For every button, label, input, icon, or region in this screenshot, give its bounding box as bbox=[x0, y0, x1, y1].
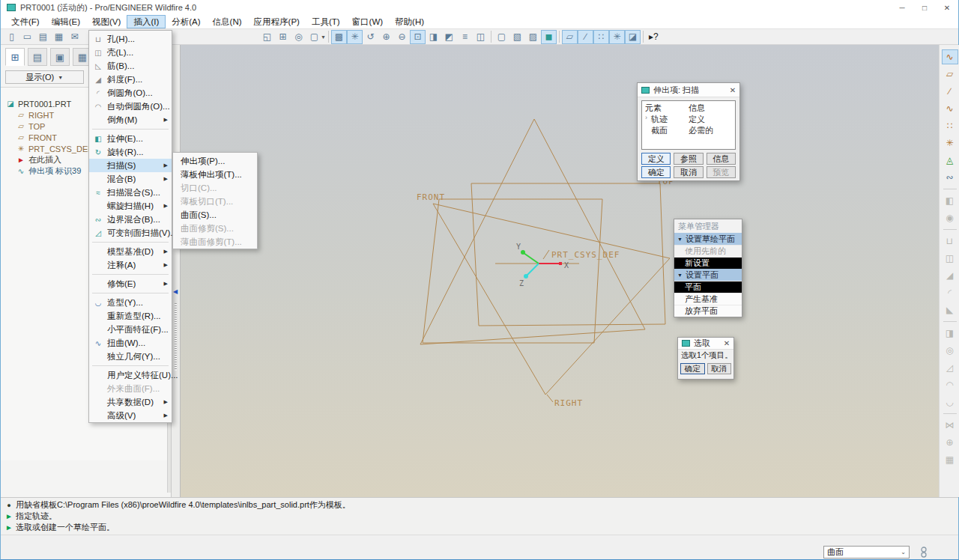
wireframe-button[interactable]: ▢ bbox=[494, 30, 509, 44]
splitter-grip[interactable] bbox=[175, 303, 177, 371]
submenu-item-thin-cut[interactable]: 薄板切口(T)... bbox=[173, 195, 257, 208]
datum-point-tool-button[interactable]: ∷ bbox=[942, 118, 958, 133]
collapse-panel-icon[interactable]: ◀ bbox=[173, 288, 178, 295]
no-hidden-button[interactable]: ▨ bbox=[525, 30, 541, 44]
menu-item-auto-round[interactable]: ◠自动倒圆角(O)... bbox=[89, 100, 172, 113]
quit-plane-item[interactable]: 放弃平面 bbox=[674, 305, 742, 317]
spin-center-button[interactable]: ✳ bbox=[347, 30, 363, 44]
sketch-tool-button[interactable]: ∿ bbox=[942, 49, 958, 64]
hole-tool-button[interactable]: ⊔ bbox=[942, 234, 958, 249]
point-display-button[interactable]: ∷ bbox=[593, 30, 609, 44]
search-button[interactable]: ◎ bbox=[291, 30, 306, 44]
pattern-tool-button[interactable]: ▦ bbox=[942, 452, 958, 467]
menu-item-warp[interactable]: ∿扭曲(W)... bbox=[89, 336, 172, 350]
saved-views-button[interactable]: ◩ bbox=[441, 30, 457, 44]
cancel-button[interactable]: 取消 bbox=[674, 166, 703, 178]
plane-item[interactable]: 平面 bbox=[674, 281, 742, 293]
setup-plane-header[interactable]: ▼ 设置平面 bbox=[674, 269, 742, 281]
selection-filter-dropdown[interactable]: 曲面 ⌄ bbox=[823, 546, 910, 559]
menu-item-model-datum[interactable]: 模型基准(D)▶ bbox=[89, 245, 172, 258]
round-tool-button[interactable]: ◜ bbox=[942, 285, 958, 300]
menu-view[interactable]: 视图(V) bbox=[86, 15, 127, 28]
save-button[interactable]: ▤ bbox=[35, 30, 51, 44]
select-items-caret-icon[interactable]: ▼ bbox=[321, 34, 326, 40]
shaded-button[interactable]: ◼ bbox=[541, 30, 557, 44]
submenu-item-thin-surface-trim[interactable]: 薄曲面修剪(T)... bbox=[173, 235, 257, 249]
setup-sketch-plane-header[interactable]: ▼ 设置草绘平面 bbox=[674, 233, 742, 245]
menu-help[interactable]: 帮助(H) bbox=[389, 15, 430, 28]
model-tree-tab[interactable]: ⊞ bbox=[5, 48, 25, 66]
use-previous-item[interactable]: 使用先前的 bbox=[674, 245, 742, 257]
menu-item-facet-feature[interactable]: 小平面特征(F)... bbox=[89, 323, 172, 336]
submenu-item-surface[interactable]: 曲面(S)... bbox=[173, 208, 257, 222]
new-file-button[interactable]: ▯ bbox=[4, 30, 19, 44]
select-ok-button[interactable]: 确定 bbox=[680, 363, 705, 374]
submenu-item-cut[interactable]: 切口(C)... bbox=[173, 181, 257, 195]
chamfer-tool-button[interactable]: ◣ bbox=[942, 302, 958, 317]
menu-item-draft[interactable]: ◢斜度(F)... bbox=[89, 73, 172, 86]
graphics-area[interactable]: FRONT TOP RIGHT PRT_CSYS_DEF X Y Z bbox=[181, 45, 939, 497]
open-file-button[interactable]: ▭ bbox=[19, 30, 35, 44]
menu-item-shared-data[interactable]: 共享数据(D)▶ bbox=[89, 395, 172, 409]
menu-info[interactable]: 信息(N) bbox=[207, 15, 248, 28]
submenu-item-surface-trim[interactable]: 曲面修剪(S)... bbox=[173, 222, 257, 235]
print-button[interactable]: ▦ bbox=[51, 30, 67, 44]
zoom-in-button[interactable]: ⊕ bbox=[378, 30, 394, 44]
dialog-close-icon[interactable]: ✕ bbox=[720, 339, 733, 347]
extrude-cut-tool-button[interactable]: ◨ bbox=[942, 326, 958, 341]
send-button[interactable]: ✉ bbox=[67, 30, 82, 44]
define-button[interactable]: 定义 bbox=[641, 153, 671, 165]
menu-item-independent-geometry[interactable]: 独立几何(Y)... bbox=[89, 350, 172, 363]
menu-tools[interactable]: 工具(T) bbox=[306, 15, 346, 28]
menu-analysis[interactable]: 分析(A) bbox=[166, 15, 206, 28]
analysis-tool-button[interactable]: ◬ bbox=[942, 153, 958, 168]
close-button[interactable]: ✕ bbox=[936, 0, 958, 15]
ok-button[interactable]: 确定 bbox=[641, 166, 671, 178]
draft-tool-button[interactable]: ◢ bbox=[942, 268, 958, 283]
style-tool-button[interactable]: ◡ bbox=[942, 395, 958, 410]
submenu-item-protrusion[interactable]: 伸出项(P)... bbox=[173, 154, 257, 168]
menu-item-cosmetic[interactable]: 修饰(E)▶ bbox=[89, 277, 172, 290]
menu-item-udf[interactable]: 用户定义特征(U)... bbox=[89, 368, 172, 382]
paste-button[interactable]: ◱ bbox=[259, 30, 275, 44]
menu-item-sweep[interactable]: 扫描(S)▶ bbox=[89, 159, 172, 172]
menu-item-restyle[interactable]: 重新造型(R)... bbox=[89, 309, 172, 323]
context-help-button[interactable]: ▸? bbox=[646, 30, 662, 44]
refs-button[interactable]: 参照 bbox=[674, 153, 703, 165]
variable-section-sweep-tool-button[interactable]: ◿ bbox=[942, 360, 958, 375]
dialog-close-icon[interactable]: ✕ bbox=[726, 86, 739, 94]
panel-splitter[interactable]: ◀ bbox=[172, 45, 181, 497]
menu-item-rib[interactable]: ◺筋(B)... bbox=[89, 59, 172, 73]
repaint-button[interactable]: ▩ bbox=[331, 30, 347, 44]
datum-curve-tool-button[interactable]: ∿ bbox=[942, 101, 958, 116]
menu-item-revolve[interactable]: ↻旋转(R)... bbox=[89, 145, 172, 159]
extrude-tool-button[interactable]: ◧ bbox=[942, 193, 958, 208]
trim-tool-button[interactable]: ⋈ bbox=[942, 418, 958, 433]
datum-axis-display-button[interactable]: ∕ bbox=[578, 30, 593, 44]
udf-link-tool-button[interactable]: ∾ bbox=[942, 170, 958, 185]
menu-item-advanced[interactable]: 高级(V)▶ bbox=[89, 409, 172, 422]
csys-display-button[interactable]: ✳ bbox=[609, 30, 625, 44]
select-items-button[interactable]: ▢ bbox=[306, 30, 322, 44]
reorient-button[interactable]: ◨ bbox=[426, 30, 441, 44]
view-manager-button[interactable]: ◫ bbox=[473, 30, 488, 44]
revolve-cut-tool-button[interactable]: ◎ bbox=[942, 343, 958, 358]
menu-item-style[interactable]: ◡造型(Y)... bbox=[89, 296, 172, 309]
datum-axis-tool-button[interactable]: ∕ bbox=[942, 84, 958, 99]
shell-tool-button[interactable]: ◫ bbox=[942, 251, 958, 266]
submenu-item-thin-protrusion[interactable]: 薄板伸出项(T)... bbox=[173, 168, 257, 181]
zoom-out-button[interactable]: ⊖ bbox=[394, 30, 410, 44]
menu-item-extrude[interactable]: ◧拉伸(E)... bbox=[89, 132, 172, 145]
refit-button[interactable]: ⊡ bbox=[410, 30, 426, 44]
element-list[interactable]: 元素 信息 › 轨迹 定义 截面 必需的 bbox=[641, 100, 736, 150]
merge-tool-button[interactable]: ⊕ bbox=[942, 435, 958, 450]
menu-item-foreign-surface[interactable]: 外来曲面(F)... bbox=[89, 382, 172, 395]
layers-button[interactable]: ≡ bbox=[457, 30, 473, 44]
menu-window[interactable]: 窗口(W) bbox=[346, 15, 390, 28]
select-cancel-button[interactable]: 取消 bbox=[707, 363, 732, 374]
make-datum-item[interactable]: 产生基准 bbox=[674, 293, 742, 305]
folder-browser-tab[interactable]: ▤ bbox=[28, 48, 47, 66]
favorites-tab[interactable]: ▣ bbox=[50, 48, 70, 66]
menu-edit[interactable]: 编辑(E) bbox=[46, 15, 86, 28]
filter-funnel-icon[interactable] bbox=[918, 547, 930, 559]
